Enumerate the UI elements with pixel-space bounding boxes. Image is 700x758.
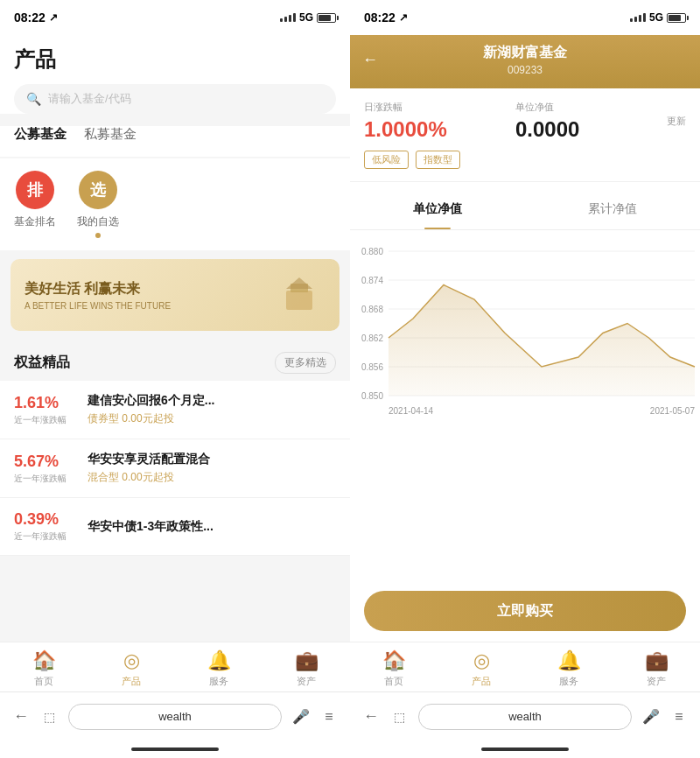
back-btn-right[interactable]: ←: [357, 703, 385, 731]
banner-subtitle: A BETTER LIFE WINS THE FUTURE: [24, 301, 171, 311]
nav-product-right[interactable]: ◎ 产品: [455, 649, 508, 688]
svg-text:0.856: 0.856: [361, 362, 383, 372]
promo-banner[interactable]: 美好生活 利赢未来 A BETTER LIFE WINS THE FUTURE: [10, 259, 340, 331]
svg-text:0.850: 0.850: [361, 391, 383, 401]
fund-item-3[interactable]: 0.39% 近一年涨跌幅 华安中债1-3年政策性...: [0, 498, 350, 556]
icon-row: 排 基金排名 选 我的自选: [0, 158, 350, 250]
service-icon-right: 🔔: [557, 649, 581, 672]
nav-home-right[interactable]: 🏠 首页: [368, 649, 420, 688]
nav-product-label-right: 产品: [472, 675, 491, 688]
fund-stats-card: 日涨跌幅 1.0000% 单位净值 0.0000 更新 低风险 指数型: [350, 88, 700, 182]
ranking-label: 基金排名: [14, 214, 56, 229]
asset-icon-right: 💼: [645, 649, 668, 672]
tag-index: 指数型: [416, 151, 460, 169]
back-btn-left[interactable]: ←: [7, 703, 35, 731]
signal-left: [280, 13, 296, 22]
nav-bar-right: 🏠 首页 ◎ 产品 🔔 服务 💼 资产: [350, 642, 700, 691]
nav-home-label-right: 首页: [384, 675, 403, 688]
tab-public-fund[interactable]: 公募基金: [14, 126, 66, 146]
chart-spacer: [350, 432, 700, 580]
menu-btn-left[interactable]: ≡: [315, 703, 343, 731]
fund-info-2: 华安安享灵活配置混合 混合型 0.00元起投: [88, 452, 210, 485]
tab-unit-nav[interactable]: 单位净值: [350, 189, 525, 229]
fund-info-1: 建信安心回报6个月定... 债券型 0.00元起投: [88, 393, 214, 426]
svg-text:0.874: 0.874: [361, 276, 383, 285]
mic-btn-right[interactable]: 🎤: [637, 703, 665, 731]
fund-return-2: 5.67% 近一年涨跌幅: [14, 453, 75, 485]
tab-private-fund[interactable]: 私募基金: [84, 126, 136, 146]
svg-text:0.868: 0.868: [361, 305, 383, 314]
nav-home-left[interactable]: 🏠 首页: [18, 649, 70, 688]
svg-text:2021-05-07: 2021-05-07: [650, 406, 696, 416]
browser-input-right[interactable]: wealth: [418, 704, 632, 730]
menu-btn-right[interactable]: ≡: [665, 703, 693, 731]
location-icon-right: ↗: [399, 11, 408, 24]
svg-text:2021-04-14: 2021-04-14: [388, 406, 434, 416]
nav-service-left[interactable]: 🔔 服务: [192, 649, 245, 688]
tag-low-risk: 低风险: [364, 151, 409, 169]
nav-service-right[interactable]: 🔔 服务: [542, 649, 595, 688]
service-icon: 🔔: [207, 649, 231, 672]
browser-input-left[interactable]: wealth: [68, 704, 282, 730]
banner-title: 美好生活 利赢未来: [24, 280, 171, 298]
back-arrow[interactable]: ←: [362, 51, 378, 69]
fund-name-header: 新湖财富基金: [483, 44, 567, 62]
search-bar[interactable]: 🔍 请输入基金/代码: [14, 84, 336, 114]
time-left: 08:22: [14, 11, 46, 25]
nav-home-label: 首页: [34, 675, 53, 688]
section-title: 权益精品: [14, 354, 70, 372]
more-button[interactable]: 更多精选: [275, 352, 336, 374]
nav-value: 0.0000: [515, 117, 667, 142]
home-icon: 🏠: [32, 649, 56, 672]
nav-service-label-right: 服务: [559, 675, 578, 688]
icon-ranking[interactable]: 排 基金排名: [14, 171, 56, 238]
section-header: 权益精品 更多精选: [0, 340, 350, 381]
buy-button-container: 立即购买: [350, 580, 700, 642]
home-indicator-right: [350, 740, 700, 758]
nav-asset-right[interactable]: 💼 资产: [630, 649, 682, 688]
banner-decoration-icon: [273, 273, 326, 317]
tab-btn-left[interactable]: ⬚: [35, 703, 63, 731]
battery-right: [667, 13, 686, 23]
time-right: 08:22: [364, 11, 396, 25]
nav-asset-left[interactable]: 💼 资产: [280, 649, 332, 688]
fund-detail-header: ← 新湖财富基金 009233: [350, 35, 700, 88]
fund-return-1: 1.61% 近一年涨跌幅: [14, 394, 75, 426]
svg-text:0.862: 0.862: [361, 333, 383, 343]
banner-text: 美好生活 利赢未来 A BETTER LIFE WINS THE FUTURE: [24, 280, 171, 311]
home-icon-right: 🏠: [382, 649, 406, 672]
tag-row: 低风险 指数型: [364, 151, 686, 169]
tab-cumulative-nav[interactable]: 累计净值: [525, 189, 700, 229]
svg-rect-0: [286, 291, 312, 310]
buy-button[interactable]: 立即购买: [364, 591, 686, 631]
fund-item-2[interactable]: 5.67% 近一年涨跌幅 华安安享灵活配置混合 混合型 0.00元起投: [0, 439, 350, 498]
icon-favorites[interactable]: 选 我的自选: [77, 171, 119, 238]
ranking-circle: 排: [16, 171, 54, 209]
mic-btn-left[interactable]: 🎤: [287, 703, 315, 731]
svg-marker-2: [286, 277, 312, 289]
fund-item-1[interactable]: 1.61% 近一年涨跌幅 建信安心回报6个月定... 债券型 0.00元起投: [0, 381, 350, 439]
nav-product-left[interactable]: ◎ 产品: [105, 649, 158, 688]
update-label: 更新: [667, 115, 686, 128]
page-title: 产品: [14, 46, 336, 74]
change-value: 1.0000%: [364, 117, 515, 142]
tab-btn-right[interactable]: ⬚: [385, 703, 413, 731]
chart-area: 0.880 0.874 0.868 0.862 0.856 0.850: [350, 230, 700, 432]
nav-label: 单位净值: [515, 101, 667, 114]
home-indicator-left: [0, 740, 350, 758]
battery-left: [317, 13, 336, 23]
favorites-label: 我的自选: [77, 214, 119, 229]
network-left: 5G: [299, 11, 313, 24]
signal-right: [630, 13, 646, 22]
product-icon-right: ◎: [473, 649, 490, 672]
fund-list: 1.61% 近一年涨跌幅 建信安心回报6个月定... 债券型 0.00元起投 5…: [0, 381, 350, 556]
svg-text:0.880: 0.880: [361, 247, 383, 256]
status-bar-left: 08:22 ↗ 5G: [0, 0, 350, 35]
network-right: 5G: [649, 11, 663, 24]
change-label: 日涨跌幅: [364, 101, 515, 114]
fund-return-3: 0.39% 近一年涨跌幅: [14, 510, 75, 543]
bottom-bar-right: ← ⬚ wealth 🎤 ≡: [350, 691, 700, 740]
search-input[interactable]: 请输入基金/代码: [48, 91, 131, 107]
status-bar-right: 08:22 ↗ 5G: [350, 0, 700, 35]
nav-bar-left: 🏠 首页 ◎ 产品 🔔 服务 💼 资产: [0, 642, 350, 691]
